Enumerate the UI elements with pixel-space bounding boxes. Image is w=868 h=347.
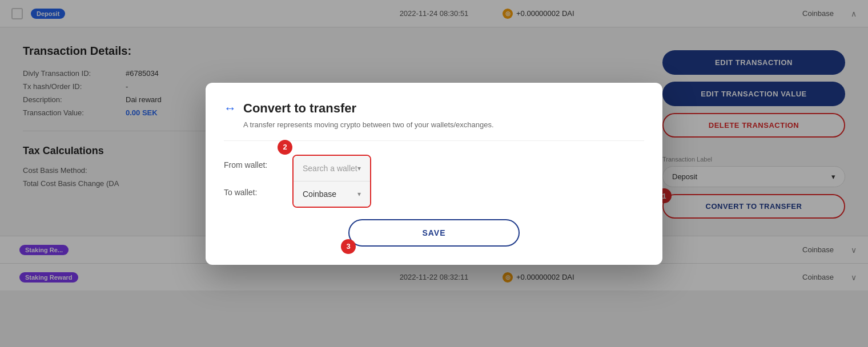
step-badge-2: 2 bbox=[278, 140, 292, 155]
from-wallet-chevron-icon: ▾ bbox=[357, 164, 361, 172]
save-btn-wrapper: 3 SAVE bbox=[348, 219, 520, 247]
modal-fields-wrapper: 2 Search a wallet ▾ Coinbase ▾ bbox=[292, 155, 371, 208]
transfer-icon: ↔ bbox=[224, 101, 236, 116]
modal-title: Convert to transfer bbox=[243, 101, 356, 116]
convert-transfer-modal: ↔ Convert to transfer A transfer represe… bbox=[206, 83, 662, 265]
to-wallet-value: Coinbase bbox=[303, 189, 336, 199]
from-wallet-placeholder: Search a wallet bbox=[303, 164, 357, 173]
to-wallet-select[interactable]: Coinbase ▾ bbox=[294, 181, 370, 207]
save-button[interactable]: SAVE bbox=[348, 219, 520, 247]
modal-labels: From wallet: To wallet: bbox=[224, 155, 281, 197]
modal-fields: Search a wallet ▾ Coinbase ▾ bbox=[292, 155, 371, 208]
modal-overlay: ↔ Convert to transfer A transfer represe… bbox=[0, 0, 868, 347]
modal-subtitle: A transfer represents moving crypto betw… bbox=[224, 120, 644, 129]
modal-footer: 3 SAVE bbox=[224, 219, 644, 247]
step-badge-3: 3 bbox=[341, 239, 356, 254]
modal-header: ↔ Convert to transfer bbox=[224, 101, 644, 116]
from-wallet-label: From wallet: bbox=[224, 160, 281, 170]
page-wrapper: Deposit 2022-11-24 08:30:51 ◎ +0.0000000… bbox=[0, 0, 868, 347]
modal-body: From wallet: To wallet: 2 Search a walle… bbox=[224, 155, 644, 208]
from-wallet-select[interactable]: Search a wallet ▾ bbox=[294, 156, 370, 181]
to-wallet-chevron-icon: ▾ bbox=[357, 190, 361, 198]
to-wallet-label: To wallet: bbox=[224, 188, 281, 197]
